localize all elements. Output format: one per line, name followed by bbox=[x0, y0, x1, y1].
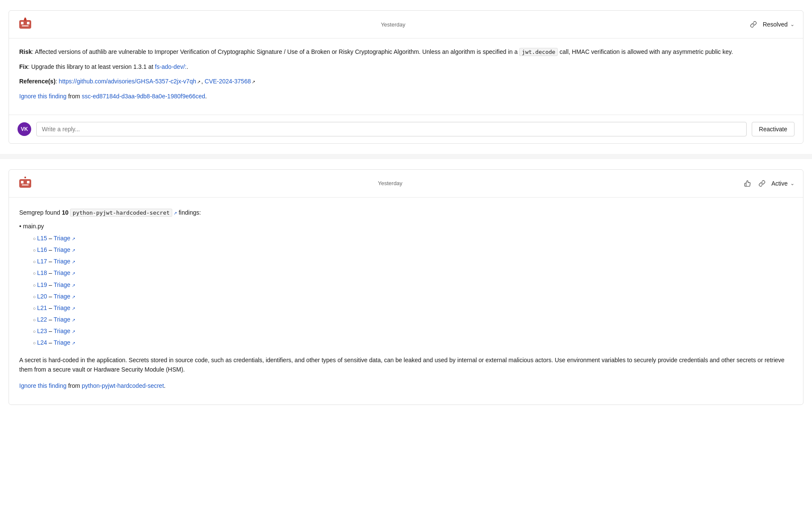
external-icon-line: ↗ bbox=[72, 306, 75, 311]
triage-link-l18[interactable]: Triage bbox=[53, 269, 70, 276]
external-icon-line: ↗ bbox=[72, 283, 75, 288]
external-icon-line: ↗ bbox=[72, 260, 75, 264]
external-icon-line: ↗ bbox=[72, 318, 75, 322]
external-icon-rule: ↗ bbox=[174, 211, 177, 216]
ignore-paragraph: Ignore this finding from ssc-ed87184d-d3… bbox=[19, 92, 793, 101]
risk-code: jwt.decode bbox=[519, 48, 558, 56]
line-item-l21: L21 – Triage ↗ bbox=[33, 303, 793, 313]
separator bbox=[0, 154, 812, 159]
line-item-l17: L17 – Triage ↗ bbox=[33, 256, 793, 267]
findings-suffix: findings: bbox=[177, 209, 201, 216]
line-item-l16: L16 – Triage ↗ bbox=[33, 245, 793, 255]
ignore-source-link[interactable]: ssc-ed87184d-d3aa-9db8-8a0e-1980f9e66ced bbox=[82, 93, 205, 100]
card1-link-button[interactable] bbox=[748, 19, 759, 30]
card1-timestamp: Yesterday bbox=[38, 21, 748, 28]
external-icon-line: ↗ bbox=[72, 248, 75, 253]
rule-badge: python-pyjwt-hardcoded-secret bbox=[70, 209, 172, 217]
card2-ignore-paragraph: Ignore this finding from python-pyjwt-ha… bbox=[19, 381, 793, 390]
card2-header: Yesterday Active ⌄ bbox=[9, 170, 803, 198]
triage-link-l15[interactable]: Triage bbox=[53, 235, 70, 242]
card1-status: Resolved ⌄ bbox=[763, 21, 794, 28]
semgrep-text: Semgrep found bbox=[19, 209, 62, 216]
active-card: Yesterday Active ⌄ Semgrep found bbox=[9, 169, 803, 405]
resolved-card: Yesterday Resolved ⌄ Risk: Affected vers… bbox=[9, 10, 803, 144]
triage-link-l24[interactable]: Triage bbox=[53, 339, 70, 346]
triage-link-l19[interactable]: Triage bbox=[53, 281, 70, 288]
triage-link-l16[interactable]: Triage bbox=[53, 246, 70, 253]
svg-rect-8 bbox=[27, 181, 29, 183]
file-name: main.py bbox=[23, 223, 44, 230]
card1-body: Risk: Affected versions of authlib are v… bbox=[9, 38, 803, 115]
references-paragraph: Reference(s): https://github.com/advisor… bbox=[19, 77, 793, 86]
card2-chevron-icon: ⌄ bbox=[790, 180, 794, 186]
reply-input[interactable] bbox=[36, 122, 747, 136]
svg-rect-2 bbox=[27, 22, 29, 24]
card1-header: Yesterday Resolved ⌄ bbox=[9, 11, 803, 38]
line-item-l23: L23 – Triage ↗ bbox=[33, 326, 793, 337]
risk-text2: call, HMAC verification is allowed with … bbox=[558, 48, 733, 55]
fix-link[interactable]: fs-ado-dev/: bbox=[155, 63, 187, 70]
line-item-l19: L19 – Triage ↗ bbox=[33, 280, 793, 290]
external-icon-2: ↗ bbox=[252, 80, 255, 84]
svg-point-5 bbox=[24, 18, 26, 19]
triage-link-l20[interactable]: Triage bbox=[53, 293, 70, 300]
card2-link-button[interactable] bbox=[757, 178, 767, 189]
line-link-l18[interactable]: L18 bbox=[37, 269, 47, 276]
ref2-link[interactable]: CVE-2024-37568 bbox=[205, 78, 251, 85]
triage-link-l23[interactable]: Triage bbox=[53, 328, 70, 334]
svg-point-10 bbox=[24, 177, 26, 178]
ref1-link[interactable]: https://github.com/advisories/GHSA-5357-… bbox=[59, 78, 196, 85]
line-item-l18: L18 – Triage ↗ bbox=[33, 268, 793, 278]
line-link-l16[interactable]: L16 bbox=[37, 246, 47, 253]
card2-status: Active ⌄ bbox=[771, 180, 794, 187]
line-link-l23[interactable]: L23 bbox=[37, 328, 47, 334]
semgrep-summary: Semgrep found 10 python-pyjwt-hardcoded-… bbox=[19, 208, 793, 218]
card2-ignore-source-link[interactable]: python-pyjwt-hardcoded-secret bbox=[82, 382, 164, 389]
svg-rect-0 bbox=[19, 20, 31, 29]
card1-status-label: Resolved bbox=[763, 21, 788, 28]
svg-rect-1 bbox=[21, 22, 24, 24]
file-list: main.py bbox=[19, 223, 793, 230]
line-item-l20: L20 – Triage ↗ bbox=[33, 291, 793, 302]
risk-text: : Affected versions of authlib are vulne… bbox=[32, 48, 520, 55]
line-list: L15 – Triage ↗L16 – Triage ↗L17 – Triage… bbox=[33, 233, 793, 348]
card2-ignore-link[interactable]: Ignore this finding bbox=[19, 382, 67, 389]
fix-label: Fix bbox=[19, 63, 28, 70]
triage-link-l22[interactable]: Triage bbox=[53, 316, 70, 323]
svg-rect-6 bbox=[19, 179, 31, 188]
thumb-button[interactable] bbox=[742, 178, 753, 189]
finding-count: 10 bbox=[62, 209, 69, 216]
references-label: Reference(s) bbox=[19, 78, 56, 85]
card1-reply-section: VK Reactivate bbox=[9, 115, 803, 143]
triage-link-l21[interactable]: Triage bbox=[53, 304, 70, 311]
reactivate-button[interactable]: Reactivate bbox=[752, 122, 794, 136]
fix-paragraph: Fix: Upgrade this library to at least ve… bbox=[19, 62, 793, 71]
line-link-l15[interactable]: L15 bbox=[37, 235, 47, 242]
line-link-l20[interactable]: L20 bbox=[37, 293, 47, 300]
bot-avatar-2 bbox=[18, 176, 33, 191]
risk-paragraph: Risk: Affected versions of authlib are v… bbox=[19, 47, 793, 57]
line-item-l22: L22 – Triage ↗ bbox=[33, 314, 793, 325]
line-link-l19[interactable]: L19 bbox=[37, 281, 47, 288]
line-item-l24: L24 – Triage ↗ bbox=[33, 337, 793, 348]
card1-chevron-icon: ⌄ bbox=[790, 21, 794, 27]
svg-rect-3 bbox=[22, 25, 29, 27]
card2-timestamp: Yesterday bbox=[38, 180, 742, 186]
line-link-l24[interactable]: L24 bbox=[37, 339, 47, 346]
line-link-l22[interactable]: L22 bbox=[37, 316, 47, 323]
card2-ignore-from: from bbox=[67, 382, 82, 389]
ignore-from-text: from bbox=[67, 93, 82, 100]
external-icon-line: ↗ bbox=[72, 236, 75, 241]
line-link-l17[interactable]: L17 bbox=[37, 258, 47, 265]
triage-link-l17[interactable]: Triage bbox=[53, 258, 70, 265]
external-icon-line: ↗ bbox=[72, 271, 75, 276]
file-item-main: main.py bbox=[19, 223, 793, 230]
fix-text: : Upgrade this library to at least versi… bbox=[28, 63, 155, 70]
ignore-link[interactable]: Ignore this finding bbox=[19, 93, 67, 100]
external-icon-1: ↗ bbox=[197, 80, 200, 84]
description-text: A secret is hard-coded in the applicatio… bbox=[19, 355, 793, 375]
external-icon-line: ↗ bbox=[72, 341, 75, 346]
card2-status-label: Active bbox=[771, 180, 788, 187]
line-link-l21[interactable]: L21 bbox=[37, 304, 47, 311]
line-item-l15: L15 – Triage ↗ bbox=[33, 233, 793, 244]
